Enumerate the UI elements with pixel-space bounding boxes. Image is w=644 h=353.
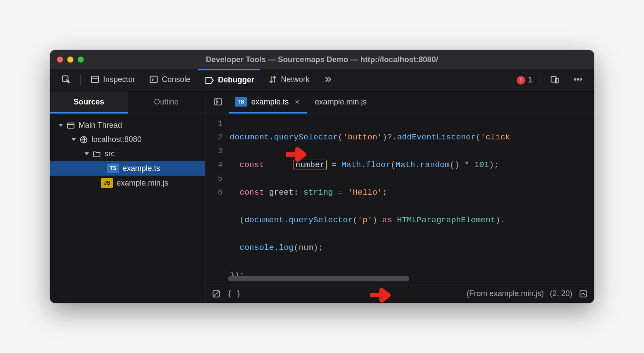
svg-rect-17 xyxy=(580,290,587,297)
svg-rect-1 xyxy=(92,76,99,83)
network-icon xyxy=(268,75,278,84)
tree-file-example-ts[interactable]: TS example.ts xyxy=(50,161,205,176)
line-gutter: 1 2 3 4 5 6 xyxy=(205,114,228,284)
svg-line-16 xyxy=(213,290,220,297)
chevron-down-icon xyxy=(72,138,76,141)
host-label: localhost:8080 xyxy=(92,135,142,144)
ts-badge-icon: TS xyxy=(107,164,119,173)
maximize-window-button[interactable] xyxy=(78,57,84,63)
line-number: 4 xyxy=(205,158,223,172)
main-toolbar: Inspector Console Debugger Network xyxy=(50,69,594,91)
debugger-icon xyxy=(204,75,215,85)
kebab-icon xyxy=(573,75,583,84)
sources-sidebar: Sources Outline Main Thread xyxy=(50,91,205,303)
main-thread-label: Main Thread xyxy=(79,121,122,130)
cursor-position: (2, 20) xyxy=(550,289,572,298)
sourcemap-toggle-icon[interactable] xyxy=(578,289,588,299)
pretty-print-button[interactable]: { } xyxy=(227,289,241,298)
blackbox-icon[interactable] xyxy=(212,289,221,299)
type-highlight: number xyxy=(294,160,326,170)
ts-badge-icon: TS xyxy=(235,97,247,107)
toggle-sidebar-button[interactable] xyxy=(209,95,227,111)
sourcemap-origin: (From example.min.js) xyxy=(467,289,544,298)
editor-pane: TS example.ts × example.min.js 1 2 3 4 5… xyxy=(205,91,594,303)
console-icon xyxy=(149,75,158,84)
tab-network[interactable]: Network xyxy=(262,69,316,91)
tab-label: example.ts xyxy=(251,98,289,107)
tab-console-label: Console xyxy=(162,75,190,84)
tree-file-example-min-js[interactable]: JS example.min.js xyxy=(50,176,205,190)
sidebar-tabs: Sources Outline xyxy=(50,91,205,114)
folder-label: src xyxy=(104,149,115,158)
pick-element-button[interactable] xyxy=(55,69,77,91)
editor-tab-example-min-js[interactable]: example.min.js xyxy=(309,91,373,113)
chevron-down-icon xyxy=(59,124,63,127)
error-count[interactable]: ! 1 xyxy=(512,76,537,85)
traffic-lights xyxy=(57,57,84,63)
more-menu-button[interactable] xyxy=(567,69,589,91)
window-icon xyxy=(66,121,75,130)
folder-icon xyxy=(92,150,101,158)
tab-debugger-label: Debugger xyxy=(218,76,254,85)
chevron-down-icon xyxy=(85,152,89,155)
tab-debugger[interactable]: Debugger xyxy=(198,69,260,91)
overflow-tabs-button[interactable] xyxy=(317,69,339,91)
line-number: 5 xyxy=(205,172,223,186)
window-title: Developer Tools — Sourcemaps Demo — http… xyxy=(206,55,438,64)
close-tab-button[interactable]: × xyxy=(293,98,301,107)
code-content: document.querySelector('button')?.addEve… xyxy=(228,114,594,284)
chevron-double-right-icon xyxy=(323,75,333,84)
svg-point-8 xyxy=(580,79,582,80)
sidebar-tab-outline[interactable]: Outline xyxy=(128,91,205,113)
svg-rect-3 xyxy=(150,76,158,83)
inspector-icon xyxy=(90,75,100,84)
panel-left-icon xyxy=(213,97,223,107)
sidebar-tab-sources[interactable]: Sources xyxy=(50,91,128,113)
content: Sources Outline Main Thread xyxy=(50,91,594,303)
outline-label: Outline xyxy=(154,98,179,107)
line-number: 6 xyxy=(205,186,223,199)
editor-footer: { } (From example.min.js) (2, 20) xyxy=(205,284,594,303)
error-count-label: 1 xyxy=(528,76,532,85)
tree-host[interactable]: localhost:8080 xyxy=(50,132,205,147)
svg-rect-9 xyxy=(68,123,74,128)
sources-label: Sources xyxy=(73,98,104,107)
globe-icon xyxy=(79,136,88,144)
svg-point-7 xyxy=(577,79,579,80)
divider xyxy=(540,74,540,86)
code-editor[interactable]: 1 2 3 4 5 6 document.querySelector('butt… xyxy=(205,114,594,284)
error-icon: ! xyxy=(517,76,525,85)
pick-element-icon xyxy=(61,75,71,84)
editor-tab-example-ts[interactable]: TS example.ts × xyxy=(229,91,307,113)
tab-console[interactable]: Console xyxy=(143,69,196,91)
horizontal-scrollbar[interactable] xyxy=(228,276,409,281)
line-number: 1 xyxy=(205,117,223,130)
close-window-button[interactable] xyxy=(57,57,63,63)
file-js-label: example.min.js xyxy=(117,179,168,188)
tab-network-label: Network xyxy=(281,75,309,84)
source-tree: Main Thread localhost:8080 src xyxy=(50,114,205,195)
tab-inspector-label: Inspector xyxy=(103,75,135,84)
titlebar: Developer Tools — Sourcemaps Demo — http… xyxy=(50,50,594,69)
editor-tabs: TS example.ts × example.min.js xyxy=(205,91,594,114)
tree-folder-src[interactable]: src xyxy=(50,147,205,161)
tab-label: example.min.js xyxy=(315,98,367,107)
file-ts-label: example.ts xyxy=(123,164,160,173)
line-number: 2 xyxy=(205,130,223,144)
svg-point-6 xyxy=(575,79,576,80)
minimize-window-button[interactable] xyxy=(67,57,73,63)
divider xyxy=(80,74,81,86)
js-badge-icon: JS xyxy=(101,178,113,188)
tab-inspector[interactable]: Inspector xyxy=(84,69,141,91)
responsive-design-button[interactable] xyxy=(544,69,565,91)
tree-main-thread[interactable]: Main Thread xyxy=(50,118,205,132)
devtools-window: Developer Tools — Sourcemaps Demo — http… xyxy=(50,50,594,303)
svg-rect-13 xyxy=(215,98,222,105)
devices-icon xyxy=(550,75,559,84)
line-number: 3 xyxy=(205,144,223,158)
